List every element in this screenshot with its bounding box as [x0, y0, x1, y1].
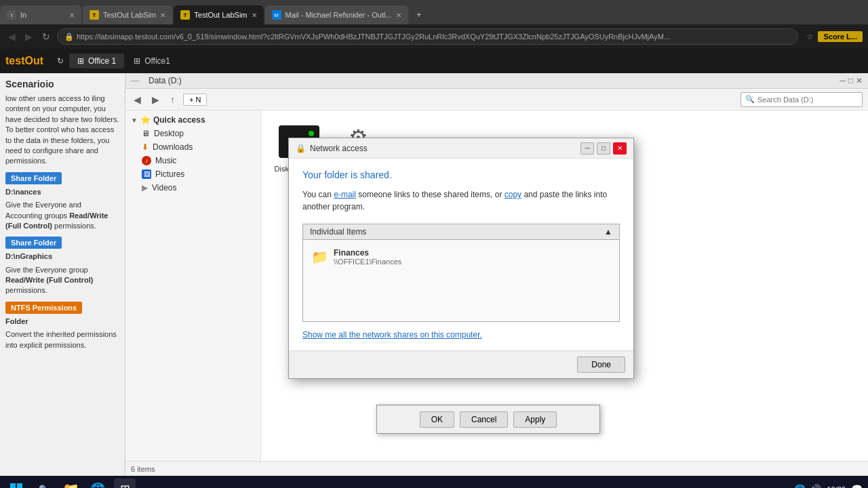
ok-button[interactable]: OK — [420, 411, 454, 428]
shared-items-label: Individual Items — [310, 227, 366, 237]
task3-header: NTFS Permissions — [5, 302, 119, 314]
task2-folder: D:\nGraphics — [5, 251, 119, 262]
tab-testout1[interactable]: T TestOut LabSim ✕ — [83, 5, 172, 24]
dialog-close-button[interactable]: ✕ — [613, 142, 627, 155]
refresh-icon[interactable]: ↻ — [57, 56, 64, 66]
network-icon: 🔒 — [296, 144, 306, 153]
sys-tray: 🌐 🔊 — [794, 484, 821, 488]
app-toolbar: testOut ↻ ⊞ Office 1 ⊞ Office1 — [0, 49, 868, 73]
tab-label: In — [20, 11, 26, 19]
search-input[interactable] — [757, 96, 846, 104]
exp-content: ▼ ⭐ Quick access 🖥 Desktop ⬇ Downloads ♪… — [125, 110, 868, 461]
dialog-content: Your folder is shared. You can e-mail so… — [289, 159, 633, 350]
cancel-button[interactable]: Cancel — [460, 411, 508, 428]
notification-icon[interactable]: 💬 — [851, 484, 863, 488]
star-icon[interactable]: ☆ — [806, 32, 814, 41]
collapse-icon[interactable]: ▲ — [604, 227, 612, 237]
tab-bar: I In ✕ T TestOut LabSim ✕ T TestOut LabS… — [0, 0, 868, 24]
network-tray-icon[interactable]: 🌐 — [794, 484, 806, 488]
back-button[interactable]: ◀ — [5, 28, 18, 45]
clock: 10/29 — [827, 485, 846, 488]
svg-rect-0 — [10, 483, 16, 488]
tab-office1[interactable]: ⊞ Office 1 — [69, 54, 124, 68]
svg-rect-1 — [17, 483, 22, 488]
tab-testout2[interactable]: T TestOut LabSim ✕ — [174, 5, 263, 24]
dialog-window-controls: ─ □ ✕ — [580, 142, 627, 155]
tab-mail[interactable]: M Mail - Michael Refsnider - Outl... ✕ — [265, 5, 408, 24]
shared-folder-icon: 📁 — [311, 249, 328, 265]
tab-label-t2: TestOut LabSim — [194, 11, 247, 19]
tab-office1b[interactable]: ⊞ Office1 — [125, 54, 178, 68]
office1-label: Office 1 — [88, 56, 116, 66]
email-link[interactable]: e-mail — [334, 190, 356, 199]
minimize-button[interactable]: ─ — [840, 76, 846, 85]
explorer-icon: 📁 — [62, 481, 79, 488]
item-count: 6 items — [131, 465, 155, 473]
tab-close-t1[interactable]: ✕ — [160, 12, 165, 19]
testout-logo: testOut — [5, 55, 43, 67]
exp-up-button[interactable]: ↑ — [167, 93, 178, 106]
scenario-title: Scenarioio — [5, 79, 119, 89]
prop-footer: OK Cancel Apply — [377, 405, 599, 433]
shared-items-box: Individual Items ▲ 📁 Finances \\OFFICE1\… — [302, 224, 620, 322]
maximize-button[interactable]: □ — [848, 76, 853, 85]
dialog-heading: Your folder is shared. — [302, 169, 620, 180]
task2-section: Share Folder D:\nGraphics Give the Every… — [5, 237, 119, 296]
apply-button[interactable]: Apply — [513, 411, 557, 428]
search-icon: 🔍 — [745, 95, 755, 104]
refresh-button[interactable]: ↻ — [39, 28, 53, 45]
browser-chrome: I In ✕ T TestOut LabSim ✕ T TestOut LabS… — [0, 0, 868, 49]
browser-icon: 🌐 — [90, 482, 105, 488]
exp-new-button[interactable]: + N — [183, 94, 207, 106]
dialog-title-text: Network access — [310, 144, 368, 153]
dialog-minimize-button[interactable]: ─ — [580, 142, 594, 155]
tab-close-mail[interactable]: ✕ — [396, 12, 401, 19]
shared-item-row: 📁 Finances \\OFFICE1\Finances — [309, 245, 614, 268]
tab-label-mail: Mail - Michael Refsnider - Outl... — [285, 11, 392, 19]
office1b-icon: ⊞ — [134, 56, 140, 66]
office-tabs: ⊞ Office 1 ⊞ Office1 — [69, 54, 178, 68]
task3-folder: Folder — [5, 317, 119, 327]
taskbar-office-button[interactable]: ⊞ — [114, 479, 136, 488]
done-button[interactable]: Done — [577, 357, 625, 373]
address-text: https://labsimapp.testout.com/v6_0_519/s… — [77, 33, 670, 41]
score-button[interactable]: Score L... — [818, 31, 863, 42]
minimize-icon: — — [131, 76, 139, 85]
new-tab-button[interactable]: + — [410, 5, 429, 24]
volume-icon[interactable]: 🔊 — [810, 484, 821, 488]
shared-item-name: Finances — [334, 248, 401, 258]
exp-search-bar[interactable]: 🔍 — [741, 92, 863, 107]
address-bar[interactable]: 🔒 https://labsimapp.testout.com/v6_0_519… — [57, 28, 798, 45]
tab-close-t2[interactable]: ✕ — [252, 12, 257, 19]
close-button[interactable]: ✕ — [856, 76, 863, 85]
explorer-navbar: ◀ ▶ ↑ + N 🔍 — [125, 89, 868, 110]
shared-items-content: 📁 Finances \\OFFICE1\Finances — [303, 240, 619, 321]
new-label: N — [195, 96, 201, 104]
tab-in[interactable]: I In ✕ — [0, 5, 81, 24]
forward-button[interactable]: ▶ — [22, 28, 35, 45]
task1-description: Give the Everyone and Accounting groups … — [5, 200, 119, 231]
office1b-label: Office1 — [144, 56, 170, 66]
taskbar-browser-button[interactable]: 🌐 — [87, 479, 108, 488]
exp-forward-button[interactable]: ▶ — [149, 93, 162, 106]
tab-close-icon[interactable]: ✕ — [69, 12, 75, 19]
taskbar-explorer-button[interactable]: 📁 — [60, 479, 81, 488]
lock-icon: 🔒 — [64, 33, 74, 41]
start-button[interactable] — [5, 479, 27, 488]
share-folder-button-2[interactable]: Share Folder — [5, 237, 62, 249]
tab-favicon-t2: T — [180, 10, 190, 20]
dialog-maximize-button[interactable]: □ — [597, 142, 610, 155]
taskbar-search-button[interactable]: 🔍 — [33, 479, 54, 488]
copy-link[interactable]: copy — [505, 190, 521, 199]
tab-favicon-t1: T — [90, 10, 99, 20]
explorer-status-bar: 6 items — [125, 461, 868, 476]
share-folder-button-1[interactable]: Share Folder — [5, 172, 62, 184]
explorer-title: Data (D:) — [149, 76, 182, 85]
explorer-titlebar: — Data (D:) ─ □ ✕ — [125, 73, 868, 89]
tab-favicon-mail: M — [272, 10, 281, 20]
task3-description: Convert the inherited permissions into e… — [5, 329, 119, 350]
exp-back-button[interactable]: ◀ — [131, 93, 144, 106]
ntfs-permissions-button[interactable]: NTFS Permissions — [5, 302, 82, 314]
explorer-area: — Data (D:) ─ □ ✕ ◀ ▶ ↑ + N 🔍 — [125, 73, 868, 476]
network-shares-link[interactable]: Show me all the network shares on this c… — [302, 330, 620, 340]
